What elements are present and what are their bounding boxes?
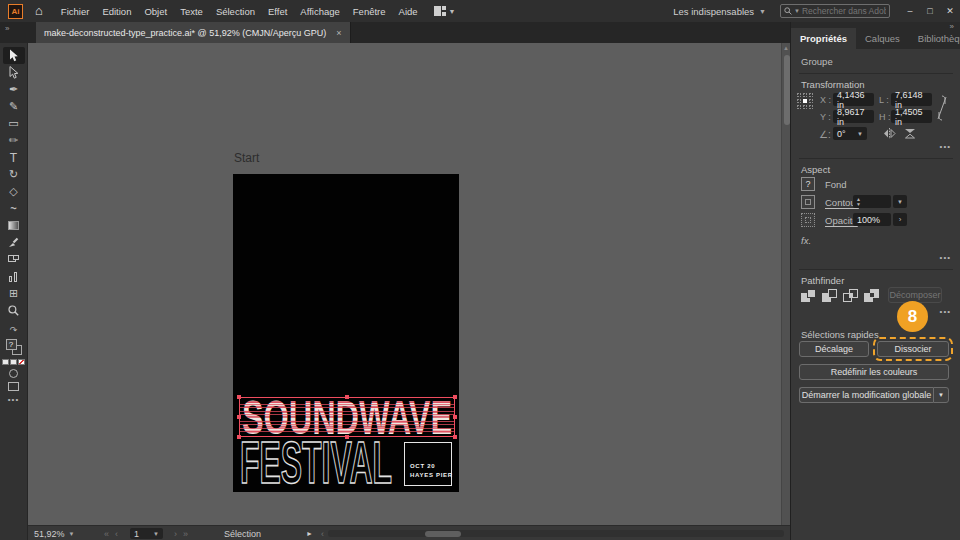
curvature-tool[interactable]: ✎: [3, 98, 25, 115]
menu-affichage[interactable]: Affichage: [298, 6, 341, 17]
selection-handle[interactable]: [237, 415, 241, 419]
menu-fichier[interactable]: Fichier: [59, 6, 92, 17]
y-value-field[interactable]: 8,9617 in: [833, 110, 874, 123]
selection-handle[interactable]: [453, 435, 457, 439]
pen-tool[interactable]: ✒: [3, 81, 25, 98]
edit-toolbar-icon[interactable]: •••: [8, 395, 19, 404]
opacity-expand-icon[interactable]: ›: [893, 213, 907, 226]
flip-vertical-icon[interactable]: [904, 128, 916, 139]
menu-selection[interactable]: Sélection: [214, 6, 257, 17]
stroke-color-swatch[interactable]: [801, 195, 815, 209]
artboard-tool[interactable]: ⊞: [3, 285, 25, 302]
selection-handle[interactable]: [453, 395, 457, 399]
fill-swatch-icon[interactable]: ?: [6, 339, 17, 350]
rotate-tool[interactable]: ↻: [3, 166, 25, 183]
scale-tool[interactable]: ◇: [3, 183, 25, 200]
poster-subtitle-art[interactable]: FESTIVAL: [238, 438, 400, 486]
global-edit-dropdown-icon[interactable]: ▼: [933, 387, 949, 403]
fill-stroke-indicator[interactable]: ?: [6, 339, 22, 355]
close-button[interactable]: ✕: [940, 0, 960, 22]
poster-info-box[interactable]: OCT 20 HAYES PIER: [404, 442, 452, 486]
graph-tool[interactable]: [3, 268, 25, 285]
status-menu-icon[interactable]: ►: [306, 530, 313, 537]
pathfinder-intersect-icon[interactable]: [843, 289, 860, 303]
step-down-icon[interactable]: ▼: [856, 202, 861, 206]
eyedropper-tool[interactable]: [3, 234, 25, 251]
symbol-sprayer-tool[interactable]: [3, 251, 25, 268]
chevron-down-icon[interactable]: ▼: [857, 131, 863, 137]
home-icon[interactable]: ⌂: [35, 6, 43, 16]
selection-handle[interactable]: [345, 395, 349, 399]
fill-color-swatch[interactable]: ?: [801, 177, 815, 191]
paintbrush-tool[interactable]: ✏: [3, 132, 25, 149]
illustrator-logo-icon[interactable]: Ai: [8, 4, 23, 19]
shaper-tool[interactable]: ~: [3, 200, 25, 217]
more-transform-options-icon[interactable]: •••: [940, 142, 951, 151]
search-input[interactable]: [802, 6, 886, 16]
collapse-icon[interactable]: ‹: [321, 529, 324, 539]
arrange-documents-icon[interactable]: ▼: [434, 6, 456, 16]
menu-aide[interactable]: Aide: [397, 6, 420, 17]
fill-label[interactable]: Fond: [825, 179, 847, 190]
offset-path-button[interactable]: Décalage: [799, 341, 869, 357]
start-global-edit-button[interactable]: Démarrer la modification globale: [799, 387, 933, 403]
screen-mode-icon[interactable]: [8, 382, 19, 391]
selection-handle[interactable]: [237, 395, 241, 399]
maximize-button[interactable]: □: [920, 0, 940, 22]
horizontal-scrollbar[interactable]: [328, 530, 784, 537]
opacity-value-field[interactable]: 100%: [853, 213, 891, 226]
tab-bibliotheques[interactable]: Bibliothèques: [909, 28, 960, 49]
type-tool[interactable]: T: [3, 149, 25, 166]
vertical-scroll-thumb[interactable]: [784, 55, 790, 125]
swap-fill-stroke-icon[interactable]: ↷: [10, 325, 18, 335]
tab-calques[interactable]: Calques: [856, 28, 909, 49]
pathfinder-minus-front-icon[interactable]: [822, 289, 839, 303]
selection-handle[interactable]: [453, 415, 457, 419]
minimize-button[interactable]: –: [900, 0, 920, 22]
menu-edition[interactable]: Edition: [100, 6, 133, 17]
rectangle-tool[interactable]: ▭: [3, 115, 25, 132]
effects-fx-button[interactable]: fx.: [801, 235, 811, 246]
prev-artboard-icon[interactable]: ‹: [115, 529, 118, 539]
close-tab-icon[interactable]: ×: [336, 28, 341, 38]
scroll-up-icon[interactable]: ▲: [783, 45, 789, 51]
height-value-field[interactable]: 1,4505 in: [891, 110, 932, 123]
stroke-weight-stepper[interactable]: ▲▼: [853, 195, 891, 208]
more-appearance-options-icon[interactable]: •••: [940, 253, 951, 262]
workspace-switcher[interactable]: Les indispensables ▼: [673, 6, 766, 17]
draw-mode-icon[interactable]: [9, 369, 18, 378]
width-value-field[interactable]: 7,6148 in: [891, 93, 932, 106]
x-value-field[interactable]: 4,1436 in: [833, 93, 874, 106]
artboard[interactable]: SOUNDWAVE FESTIVAL OCT 20 HAYES PIER: [233, 174, 459, 492]
first-artboard-icon[interactable]: «: [104, 529, 109, 539]
canvas-pasteboard[interactable]: Start SOUNDWAVE: [28, 43, 790, 525]
zoom-level-control[interactable]: 51,92% ▼: [34, 526, 74, 540]
stroke-weight-dropdown-icon[interactable]: ▼: [893, 195, 907, 208]
selection-tool[interactable]: [3, 47, 25, 64]
flip-horizontal-icon[interactable]: [883, 128, 896, 139]
opacity-swatch[interactable]: [801, 213, 815, 227]
more-pathfinder-options-icon[interactable]: •••: [940, 307, 951, 316]
constrain-proportions-icon[interactable]: [937, 94, 947, 126]
poster-title-art[interactable]: SOUNDWAVE: [239, 397, 455, 437]
artboard-name-label[interactable]: Start: [234, 151, 259, 165]
recolor-artwork-button[interactable]: Redéfinir les couleurs: [799, 364, 949, 380]
reference-point-selector[interactable]: [797, 93, 813, 109]
zoom-tool[interactable]: [3, 302, 25, 319]
menu-objet[interactable]: Objet: [142, 6, 169, 17]
rotation-angle-field[interactable]: 0° ▼: [833, 127, 867, 140]
pathfinder-exclude-icon[interactable]: [864, 289, 881, 303]
menu-fenetre[interactable]: Fenêtre: [351, 6, 388, 17]
color-swatch-icon[interactable]: [2, 359, 9, 365]
gradient-swatch-icon[interactable]: [10, 359, 17, 365]
next-artboard-icon[interactable]: ›: [174, 529, 177, 539]
expand-dock-icon[interactable]: »: [5, 24, 9, 33]
tab-proprietes[interactable]: Propriétés: [791, 28, 856, 49]
adobe-stock-search[interactable]: ▼: [780, 4, 890, 18]
menu-effet[interactable]: Effet: [266, 6, 289, 17]
direct-selection-tool[interactable]: [3, 64, 25, 81]
artboard-number-field[interactable]: 1▼: [130, 526, 163, 540]
document-tab[interactable]: make-deconstructed-type_practice.ai* @ 5…: [36, 22, 351, 43]
menu-texte[interactable]: Texte: [178, 6, 205, 17]
ungroup-button[interactable]: Dissocier: [877, 341, 949, 357]
